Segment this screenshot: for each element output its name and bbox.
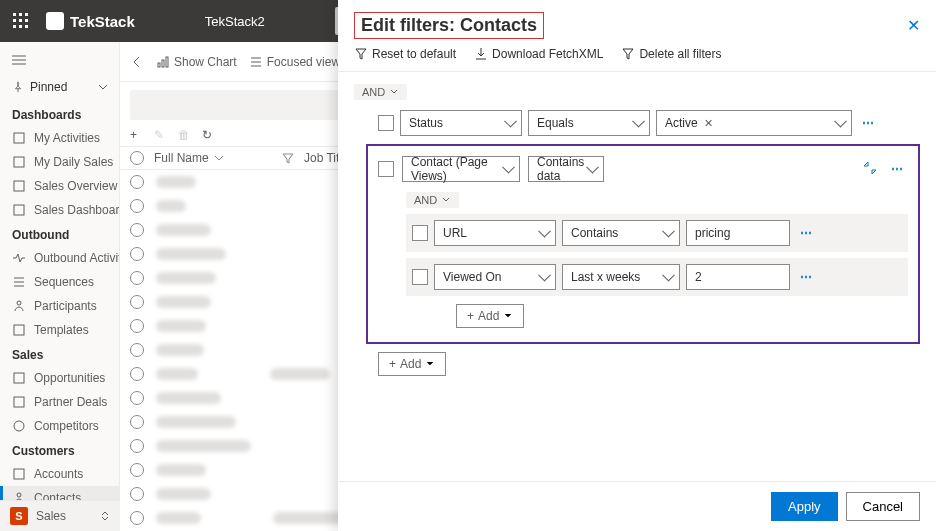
svg-rect-5 — [25, 19, 28, 22]
nav-item-templates[interactable]: Templates — [0, 318, 119, 342]
col-fullname[interactable]: Full Name — [154, 151, 294, 165]
nav-item-participants[interactable]: Participants — [0, 294, 119, 318]
nav-collapse-button[interactable] — [0, 50, 119, 76]
condition-row-status: Status Equals Active✕ ⋯ — [378, 110, 920, 136]
brand-icon — [46, 12, 64, 30]
operator-select-equals[interactable]: Equals — [528, 110, 650, 136]
svg-rect-1 — [19, 13, 22, 16]
brand: TekStack — [46, 12, 135, 30]
nav-section-customers: Customers — [0, 438, 119, 462]
row-more-menu[interactable]: ⋯ — [796, 270, 817, 284]
reset-to-default-button[interactable]: Reset to default — [354, 47, 456, 61]
download-fetchxml-button[interactable]: Download FetchXML — [474, 47, 603, 61]
row-select[interactable] — [130, 439, 144, 453]
row-checkbox[interactable] — [412, 269, 428, 285]
row-select[interactable] — [130, 343, 144, 357]
back-button[interactable] — [130, 55, 144, 69]
cell-blurred — [156, 488, 211, 500]
row-select[interactable] — [130, 319, 144, 333]
value-input-url[interactable] — [686, 220, 790, 246]
row-select[interactable] — [130, 295, 144, 309]
row-checkbox[interactable] — [378, 115, 394, 131]
nav-item-my-activities[interactable]: My Activities — [0, 126, 119, 150]
svg-rect-4 — [19, 19, 22, 22]
related-entity-select[interactable]: Contact (Page Views) — [402, 156, 520, 182]
filter-icon — [282, 152, 294, 164]
focused-view-button[interactable]: Focused view — [249, 55, 340, 69]
row-more-menu[interactable]: ⋯ — [858, 116, 879, 130]
nav-item-competitors[interactable]: Competitors — [0, 414, 119, 438]
apply-button[interactable]: Apply — [771, 492, 838, 521]
field-select-viewedon[interactable]: Viewed On — [434, 264, 556, 290]
field-select-url[interactable]: URL — [434, 220, 556, 246]
chart-icon — [12, 203, 26, 217]
cell-blurred — [156, 248, 226, 260]
svg-rect-16 — [14, 181, 24, 191]
row-select[interactable] — [130, 511, 144, 525]
operator-select-lastxweeks[interactable]: Last x weeks — [562, 264, 680, 290]
field-select-status[interactable]: Status — [400, 110, 522, 136]
row-select[interactable] — [130, 391, 144, 405]
cancel-button[interactable]: Cancel — [846, 492, 920, 521]
chart-icon — [156, 55, 170, 69]
chart-icon — [12, 155, 26, 169]
row-select[interactable] — [130, 175, 144, 189]
condition-row-viewedon: Viewed On Last x weeks ⋯ — [406, 258, 908, 296]
add-condition-outer-button[interactable]: + Add — [378, 352, 446, 376]
add-condition-inner-button[interactable]: + Add — [456, 304, 524, 328]
arrow-left-icon — [130, 55, 144, 69]
operator-select-containsdata[interactable]: Contains data — [528, 156, 604, 182]
area-switcher[interactable]: S Sales — [0, 500, 120, 531]
row-select[interactable] — [130, 463, 144, 477]
pulse-icon — [12, 251, 26, 265]
app-launcher[interactable] — [0, 0, 42, 42]
group-checkbox[interactable] — [378, 161, 394, 177]
group-more-menu[interactable]: ⋯ — [887, 162, 908, 176]
chart-icon — [12, 179, 26, 193]
row-select[interactable] — [130, 367, 144, 381]
nav-item-sales-overview[interactable]: Sales Overview — [0, 174, 119, 198]
nav-item-partner-deals[interactable]: Partner Deals — [0, 390, 119, 414]
environment-name[interactable]: TekStack2 — [205, 14, 265, 29]
nav-item-opportunities[interactable]: Opportunities — [0, 366, 119, 390]
value-input-weeks[interactable] — [686, 264, 790, 290]
cell-blurred — [156, 512, 201, 524]
row-more-menu[interactable]: ⋯ — [796, 226, 817, 240]
refresh-button[interactable]: ↻ — [202, 128, 216, 142]
template-icon — [12, 323, 26, 337]
nav-item-my-daily-sales[interactable]: My Daily Sales — [0, 150, 119, 174]
close-button[interactable]: ✕ — [907, 16, 920, 35]
row-select[interactable] — [130, 223, 144, 237]
operator-select-contains[interactable]: Contains — [562, 220, 680, 246]
nav-item-accounts[interactable]: Accounts — [0, 462, 119, 486]
edit-filters-panel: Edit filters: Contacts ✕ Reset to defaul… — [338, 0, 936, 531]
related-entity-group: Contact (Page Views) Contains data ⋯ AND… — [366, 144, 920, 344]
row-select[interactable] — [130, 415, 144, 429]
row-checkbox[interactable] — [412, 225, 428, 241]
new-row-button[interactable]: + — [130, 128, 144, 142]
area-badge: S — [10, 507, 28, 525]
select-all-checkbox[interactable] — [130, 151, 144, 165]
list-icon — [12, 275, 26, 289]
nav-item-sequences[interactable]: Sequences — [0, 270, 119, 294]
clear-value-icon[interactable]: ✕ — [704, 117, 713, 130]
row-select[interactable] — [130, 247, 144, 261]
root-and-group[interactable]: AND — [354, 84, 407, 100]
svg-point-21 — [17, 301, 21, 305]
row-select[interactable] — [130, 199, 144, 213]
collapse-group-button[interactable] — [863, 161, 879, 177]
edit-icon: ✎ — [154, 128, 168, 142]
value-select-active[interactable]: Active✕ — [656, 110, 852, 136]
nav-pinned[interactable]: Pinned — [0, 76, 119, 102]
row-select[interactable] — [130, 487, 144, 501]
person-icon — [12, 299, 26, 313]
svg-rect-17 — [14, 205, 24, 215]
pin-icon — [12, 81, 24, 93]
nav-item-sales-dashboard[interactable]: Sales Dashboard — [0, 198, 119, 222]
nav-item-outbound-activities[interactable]: Outbound Activities — [0, 246, 119, 270]
delete-all-filters-button[interactable]: Delete all filters — [621, 47, 721, 61]
inner-and-group[interactable]: AND — [406, 192, 459, 208]
row-select[interactable] — [130, 271, 144, 285]
activity-icon — [12, 131, 26, 145]
show-chart-button[interactable]: Show Chart — [156, 55, 237, 69]
